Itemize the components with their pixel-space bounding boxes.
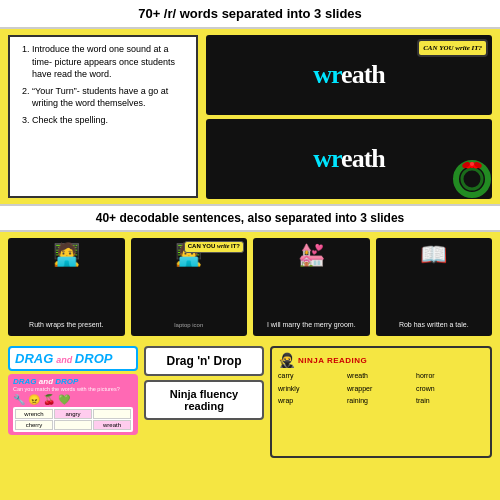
sentence-text-4: Rob has written a tale. [399,321,469,332]
top-banner-text: 70+ /r/ words separated into 3 slides [138,6,362,21]
svg-point-1 [462,169,482,189]
dd2-cell-cherry: cherry [15,420,53,430]
ninja-header-text: NINJA READING [298,356,367,365]
drag-drop-stack: DRAG and DROP DRAG and DROP Can you matc… [8,346,138,458]
ninja-reading-box: 🥷 NINJA READING carry wrinkly wrap wreat… [270,346,492,458]
dd2-subtitle: Can you match the words with the picture… [13,386,133,392]
dd2-cell-empty2 [54,420,92,430]
ninja-word-wreath: wrinkly [278,384,346,395]
sentence-slide-1: 🧑‍💻 Ruth wraps the present. [8,238,125,336]
drag-drop-box2: DRAG and DROP Can you match the words wi… [8,374,138,435]
wreath-word-white: wreath [313,144,385,174]
ninja-word-crown: raining [347,396,415,407]
ninja-word-raining: crown [416,384,484,395]
ninja-reading-header: 🥷 NINJA READING [278,352,484,368]
section2: 🧑‍💻 Ruth wraps the present. CAN YOU writ… [0,232,500,342]
ninja-col-2: wreath wrapper raining [347,371,415,407]
drag-n-drop-label: Drag 'n' Drop [166,354,241,368]
sentence-text-1: Ruth wraps the present. [29,321,103,332]
ninja-word-carry: carry [278,371,346,382]
ninja-icon: 🥷 [278,352,295,368]
sentence-text-2: laptop icon [174,318,203,332]
ninja-word-train: train [416,396,484,407]
wreath-word-cyan: wreath [313,60,385,90]
dd2-cell-empty1 [93,409,131,419]
svg-point-7 [470,162,474,166]
drag-drop-box1: DRAG and DROP [8,346,138,371]
sentence-text-3: I will marry the merry groom. [267,321,356,332]
ninja-col-3: horror crown train [416,371,484,407]
middle-banner: 40+ decodable sentences, also separated … [0,204,500,232]
person-icon-1: 🧑‍💻 [53,242,80,268]
section1: Introduce the word one sound at a time- … [0,29,500,204]
slide-wreath-top: CAN YOU write IT? wreath [206,35,492,115]
can-you-badge-sm: CAN YOU write IT? [184,241,244,253]
sentence-slide-4: 📖 Rob has written a tale. [376,238,493,336]
can-you-text: CAN YOU write IT? [423,44,482,52]
top-banner: 70+ /r/ words separated into 3 slides [0,0,500,29]
instructions-box: Introduce the word one sound at a time- … [8,35,198,198]
person-icon-4: 📖 [420,242,447,268]
ninja-fluency-label: Ninja fluency reading [170,388,238,412]
slides-preview: CAN YOU write IT? wreath wreath [206,35,492,198]
drag-drop-title1: DRAG and DROP [15,351,131,366]
dd2-title: DRAG and DROP [13,377,133,386]
slide-wreath-bottom: wreath [206,119,492,199]
dd2-cell-wrench: wrench [15,409,53,419]
ninja-word-wrinkly: wreath [347,371,415,382]
wreath-decoration [452,159,488,195]
instruction-3: Check the spelling. [32,114,188,127]
can-you-badge-top: CAN YOU write IT? [417,39,488,57]
sentence-slide-3: 💒 I will marry the merry groom. [253,238,370,336]
ninja-col-1: carry wrinkly wrap [278,371,346,407]
dd2-table: wrench angry cherry wreath [13,407,133,432]
instructions-list: Introduce the word one sound at a time- … [18,43,188,127]
section3: DRAG and DROP DRAG and DROP Can you matc… [0,342,500,462]
middle-cards: Drag 'n' Drop Ninja fluency reading [144,346,264,458]
instruction-1: Introduce the word one sound at a time- … [32,43,188,81]
dd2-icons: 🔧😠🍒💚 [13,394,133,405]
ninja-words-grid: carry wrinkly wrap wreath wrapper rainin… [278,371,484,407]
ninja-word-horror: wrap [278,396,346,407]
dd2-cell-wreath: wreath [93,420,131,430]
dd2-cell-angry: angry [54,409,92,419]
ninja-word-wrapper: wrapper [347,384,415,395]
instruction-2: “Your Turn”- students have a go at writi… [32,85,188,110]
drag-n-drop-card: Drag 'n' Drop [144,346,264,376]
sentence-slide-2: CAN YOU write IT? 🧑‍💻 laptop icon [131,238,248,336]
person-icon-3: 💒 [298,242,325,268]
middle-banner-text: 40+ decodable sentences, also separated … [96,211,404,225]
ninja-word-wrap: horror [416,371,484,382]
ninja-fluency-card: Ninja fluency reading [144,380,264,420]
